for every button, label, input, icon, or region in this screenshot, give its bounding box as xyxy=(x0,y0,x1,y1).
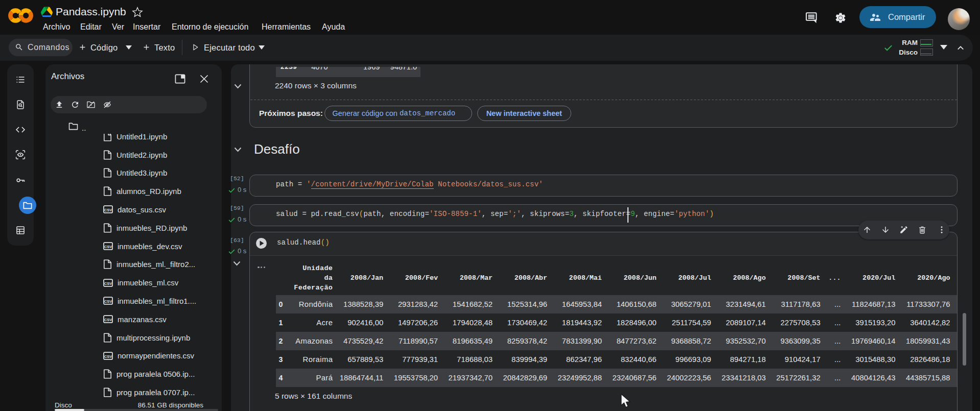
svg-text:CSV: CSV xyxy=(104,318,112,322)
svg-text:CSV: CSV xyxy=(104,208,112,212)
svg-text:CSV: CSV xyxy=(104,354,112,358)
svg-text:CSV: CSV xyxy=(104,281,112,285)
svg-text:CSV: CSV xyxy=(104,299,112,304)
svg-text:CSV: CSV xyxy=(104,245,112,249)
